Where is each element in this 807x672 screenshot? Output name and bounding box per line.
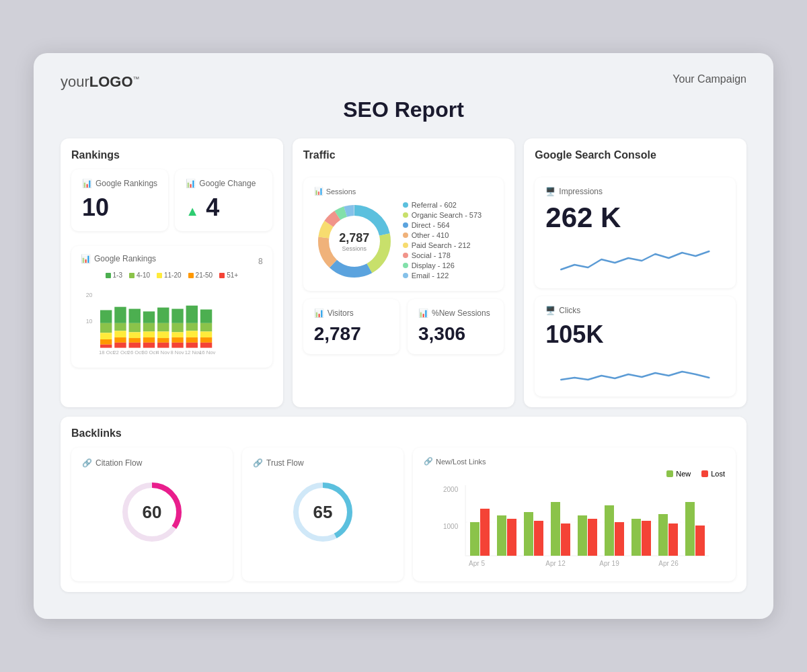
- svg-text:Apr 12: Apr 12: [545, 560, 566, 567]
- dashboard: yourLOGO™ Your Campaign SEO Report Ranki…: [34, 53, 773, 619]
- new-lost-icon: 🔗: [424, 457, 433, 466]
- logo: yourLOGO™: [61, 73, 140, 91]
- legend-email: Email - 122: [403, 271, 482, 280]
- svg-rect-37: [200, 310, 212, 323]
- legend-11-20: 11-20: [157, 271, 182, 279]
- svg-rect-84: [685, 502, 695, 556]
- chart-header: 📊 Google Rankings 8: [81, 254, 263, 269]
- svg-rect-72: [524, 512, 533, 556]
- svg-rect-76: [578, 515, 587, 556]
- citation-flow-value: 60: [143, 502, 162, 523]
- gsc-section: Google Search Console 🖥️ Impressions 262…: [524, 138, 746, 407]
- clicks-label: 🖥️ Clicks: [545, 306, 725, 315]
- visitors-value: 2,787: [314, 323, 389, 345]
- svg-rect-18: [143, 323, 155, 332]
- logo-tm: ™: [133, 75, 140, 83]
- new-lost-legend: New Lost: [424, 470, 725, 478]
- svg-rect-39: [200, 331, 212, 337]
- svg-rect-33: [186, 323, 198, 331]
- clicks-chart: [545, 354, 725, 384]
- svg-rect-16: [129, 343, 141, 348]
- campaign-label: Your Campaign: [672, 73, 746, 85]
- trust-flow-card: 🔗 Trust Flow 65: [242, 448, 404, 581]
- bar-icon: 📊: [81, 254, 91, 263]
- arrow-up-icon: ▲: [186, 204, 199, 218]
- sessions-label: 📊 Sessions: [314, 187, 494, 196]
- rankings-bar-chart: 20 10: [81, 283, 263, 357]
- svg-rect-17: [143, 311, 155, 323]
- trust-icon: 🔗: [253, 458, 263, 468]
- google-change-card: 📊 Google Change ▲ 4: [175, 169, 272, 231]
- svg-rect-6: [100, 345, 112, 348]
- sessions-legend: Referral - 602 Organic Search - 573 Dire…: [403, 201, 482, 282]
- svg-text:22 Oct: 22 Oct: [113, 349, 129, 355]
- svg-rect-7: [114, 307, 126, 323]
- impressions-icon: 🖥️: [545, 187, 555, 196]
- sessions-donut: 2,787 Sessions: [314, 201, 395, 282]
- svg-rect-4: [100, 333, 112, 339]
- svg-rect-83: [668, 523, 678, 556]
- svg-rect-8: [114, 323, 126, 331]
- rankings-section-title: Rankings: [71, 149, 272, 161]
- gsc-section-title: Google Search Console: [535, 149, 736, 161]
- sessions-icon: 📊: [314, 187, 323, 196]
- legend-organic: Organic Search - 573: [403, 211, 482, 219]
- impressions-label: 🖥️ Impressions: [545, 187, 725, 196]
- svg-rect-82: [658, 514, 668, 556]
- svg-rect-34: [186, 331, 198, 337]
- visitors-card: 📊 Visitors 2,787: [303, 299, 399, 354]
- chart-count: 8: [258, 257, 263, 266]
- backlinks-grid: 🔗 Citation Flow 60 🔗 Trust Flow: [71, 448, 736, 581]
- sessions-card: 📊 Sessions: [303, 177, 504, 291]
- clicks-value: 105K: [545, 321, 725, 349]
- page-title: SEO Report: [61, 97, 746, 122]
- legend-display: Display - 126: [403, 261, 482, 269]
- header: yourLOGO™ Your Campaign: [61, 73, 746, 91]
- new-lost-label: 🔗 New/Lost Links: [424, 457, 725, 466]
- svg-text:8 Nov: 8 Nov: [170, 349, 184, 355]
- svg-text:20: 20: [86, 292, 93, 298]
- svg-rect-79: [615, 522, 624, 556]
- google-rankings-value: 10: [82, 194, 157, 222]
- svg-rect-71: [507, 519, 516, 556]
- svg-rect-75: [561, 523, 570, 556]
- new-lost-chart: 2000 1000: [424, 482, 725, 569]
- svg-rect-78: [605, 505, 614, 556]
- svg-rect-3: [100, 323, 112, 333]
- svg-rect-21: [143, 343, 155, 348]
- svg-rect-41: [200, 343, 212, 348]
- svg-rect-9: [114, 331, 126, 337]
- svg-text:4 Nov: 4 Nov: [156, 349, 169, 355]
- svg-rect-28: [171, 323, 183, 333]
- legend-direct: Direct - 564: [403, 221, 482, 229]
- legend-4-10: 4-10: [129, 271, 150, 279]
- bar-chart-icon: 📊: [82, 179, 92, 188]
- new-dot: [666, 470, 673, 477]
- sessions-content: 2,787 Sessions Referral - 602 Or: [314, 201, 494, 282]
- new-sessions-label: 📊 %New Sessions: [418, 308, 493, 318]
- rankings-chart-card: 📊 Google Rankings 8 1-3 4-10: [71, 246, 272, 368]
- citation-flow-label: 🔗 Citation Flow: [82, 458, 142, 468]
- svg-rect-29: [171, 332, 183, 337]
- svg-rect-25: [157, 338, 169, 343]
- svg-text:10: 10: [86, 318, 93, 325]
- svg-rect-5: [100, 339, 112, 345]
- google-change-label: 📊 Google Change: [186, 179, 261, 188]
- impressions-value: 262 K: [545, 202, 725, 234]
- bar-chart-icon2: 📊: [186, 179, 196, 188]
- svg-rect-30: [171, 337, 183, 343]
- legend-21-50: 21-50: [188, 271, 213, 279]
- svg-rect-40: [200, 337, 212, 343]
- svg-rect-23: [157, 323, 169, 332]
- visitors-label: 📊 Visitors: [314, 308, 389, 318]
- svg-rect-81: [642, 521, 651, 556]
- svg-rect-85: [695, 526, 705, 556]
- lost-dot: [701, 470, 708, 477]
- svg-rect-26: [157, 343, 169, 348]
- visitors-icon: 📊: [314, 308, 324, 318]
- svg-text:16 Nov: 16 Nov: [199, 349, 216, 355]
- svg-text:1000: 1000: [443, 523, 459, 530]
- trust-flow-value: 65: [313, 502, 333, 523]
- svg-rect-74: [551, 502, 560, 556]
- new-sessions-icon: 📊: [418, 308, 428, 318]
